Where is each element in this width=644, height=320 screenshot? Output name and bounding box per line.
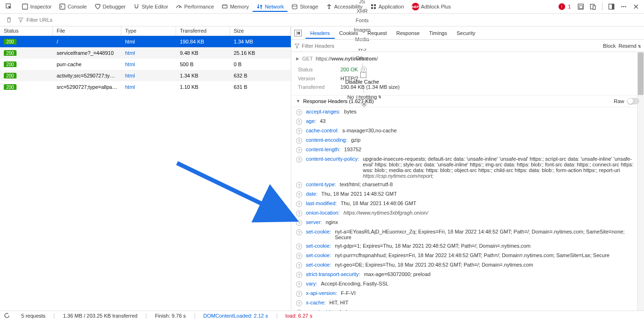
tab-headers[interactable]: Headers [305, 27, 335, 39]
toggle-raw-button[interactable] [294, 30, 302, 36]
tab-timings[interactable]: Timings [424, 27, 452, 39]
header-name: last-modified: [306, 200, 337, 206]
header-row: ?content-encoding: gzip [291, 136, 644, 145]
info-icon[interactable]: ? [296, 253, 302, 259]
svg-rect-30 [298, 32, 300, 35]
info-icon[interactable]: ? [296, 119, 302, 125]
header-name: content-encoding: [306, 137, 347, 143]
header-row: ?vary: Accept-Encoding, Fastly-SSL [291, 279, 644, 289]
filter-icon [15, 17, 26, 23]
response-headers-title: Response Headers (1.627 KB) [303, 98, 374, 104]
meta-status: 200 OK [340, 67, 358, 73]
tab-cookies[interactable]: Cookies [335, 27, 363, 39]
tab-security[interactable]: Security [452, 27, 480, 39]
header-name: accept-ranges: [306, 109, 340, 114]
header-name: set-cookie: [306, 262, 331, 268]
header-name: content-security-policy: [306, 156, 359, 162]
header-row: ?cache-control: s-maxage=30,no-cache [291, 126, 644, 136]
header-name: set-cookie: [306, 229, 331, 234]
raw-toggle[interactable] [627, 98, 639, 104]
info-icon[interactable]: ? [296, 182, 302, 188]
request-meta: Status200 OK? VersionHTTP/2 Transferred1… [291, 63, 644, 95]
info-icon[interactable]: ? [296, 272, 302, 278]
info-icon[interactable]: ? [296, 109, 302, 115]
info-icon[interactable]: ? [296, 262, 302, 268]
meta-version-label: Version [298, 76, 340, 81]
header-name: content-length: [306, 147, 340, 152]
col-status[interactable]: Status [0, 26, 53, 35]
status-finish: Finish: 9.76 s [155, 313, 186, 319]
network-subbar: All HTML CSS JS XHR Fonts Images Media W… [0, 14, 644, 26]
info-icon[interactable]: ? [361, 67, 367, 73]
meta-transferred-label: Transferred [298, 84, 340, 90]
info-icon[interactable]: ? [296, 291, 302, 297]
header-name: date: [306, 191, 317, 197]
scrollbar[interactable] [637, 52, 644, 311]
filter-xhr[interactable]: XHR [353, 7, 371, 15]
header-row: ?strict-transport-security: max-age=6307… [291, 270, 644, 279]
header-row: ?onion-location: https://www.nytimes3xbf… [291, 208, 644, 218]
detail-subbar: Block Resend ⇅ [291, 40, 644, 52]
tab-inspector-label: Inspector [30, 4, 51, 9]
info-icon[interactable]: ? [296, 243, 302, 250]
resend-dropdown[interactable]: Resend ⇅ [619, 43, 641, 49]
header-row: ?set-cookie: nyt-a=EYoasRLAjD_HEuomxcr_Z… [291, 227, 644, 242]
request-line[interactable]: ▶ GET https://www.nytimes.com/ [291, 54, 644, 63]
tab-request[interactable]: Request [363, 27, 391, 39]
console-icon [59, 3, 66, 10]
header-row: ?age: 43 [291, 117, 644, 126]
info-icon[interactable]: ? [296, 210, 302, 216]
header-name: age: [306, 118, 316, 124]
info-icon[interactable]: ? [296, 201, 302, 207]
header-name: x-cache: [306, 300, 326, 305]
info-icon[interactable]: ? [296, 138, 302, 144]
tab-response[interactable]: Response [391, 27, 424, 39]
detail-body: ▶ GET https://www.nytimes.com/ Status200… [291, 52, 644, 311]
info-icon[interactable]: ? [296, 220, 302, 226]
status-bar: 5 requests 1.36 MB / 203.25 KB transferr… [0, 311, 644, 320]
status-transferred: 1.36 MB / 203.25 KB transferred [63, 313, 137, 319]
header-row: ?x-api-version: F-F-VI [291, 289, 644, 298]
header-name: strict-transport-security: [306, 271, 360, 277]
request-method: GET [302, 56, 313, 61]
status-dcl: DOMContentLoaded: 2.12 s [203, 313, 268, 319]
header-row: ?last-modified: Thu, 18 Mar 2021 14:48:0… [291, 199, 644, 208]
expand-icon: ▶ [296, 56, 299, 61]
details-panel: Headers Cookies Request Response Timings… [291, 26, 644, 311]
info-icon[interactable]: ? [296, 128, 302, 134]
filter-headers-input[interactable] [302, 43, 367, 49]
status-requests: 5 requests [21, 313, 45, 319]
raw-label: Raw [614, 98, 624, 104]
header-name: cache-control: [306, 128, 339, 133]
info-icon[interactable]: ? [296, 281, 302, 287]
response-headers-section[interactable]: ▼ Response Headers (1.627 KB) Raw [291, 95, 644, 107]
svg-rect-2 [60, 4, 65, 9]
filter-js[interactable]: JS [356, 0, 369, 6]
info-icon[interactable]: ? [296, 156, 302, 163]
header-name: server: [306, 219, 322, 225]
info-icon[interactable]: ? [296, 229, 302, 235]
element-picker-button[interactable] [2, 1, 18, 12]
filter-headers-icon [294, 43, 300, 49]
info-icon[interactable]: ? [296, 300, 302, 306]
picker-icon [6, 3, 12, 10]
info-icon[interactable]: ? [296, 191, 302, 198]
header-row: ?accept-ranges: bytes [291, 107, 644, 117]
block-label[interactable]: Block [603, 43, 616, 49]
info-icon[interactable]: ? [296, 310, 302, 311]
header-row: ?content-security-policy: upgrade-insecu… [291, 155, 644, 180]
inspector-icon [22, 3, 28, 10]
header-row: ?content-type: text/html; charset=utf-8 [291, 180, 644, 190]
filter-urls-input[interactable] [26, 17, 83, 23]
meta-transferred: 190.84 KB (1.34 MB size) [340, 84, 399, 90]
header-row: ?server: nginx [291, 218, 644, 227]
clear-button[interactable] [3, 17, 15, 23]
info-icon[interactable]: ? [296, 147, 302, 153]
headers-list: ?accept-ranges: bytes?age: 43?cache-cont… [291, 107, 644, 311]
status-load: load: 6.27 s [286, 313, 313, 319]
tab-inspector[interactable]: Inspector [18, 1, 55, 12]
header-name: vary: [306, 281, 317, 286]
filter-fonts[interactable]: Fonts [352, 16, 372, 25]
reload-icon[interactable] [4, 312, 10, 319]
header-name: onion-location: [306, 210, 340, 216]
